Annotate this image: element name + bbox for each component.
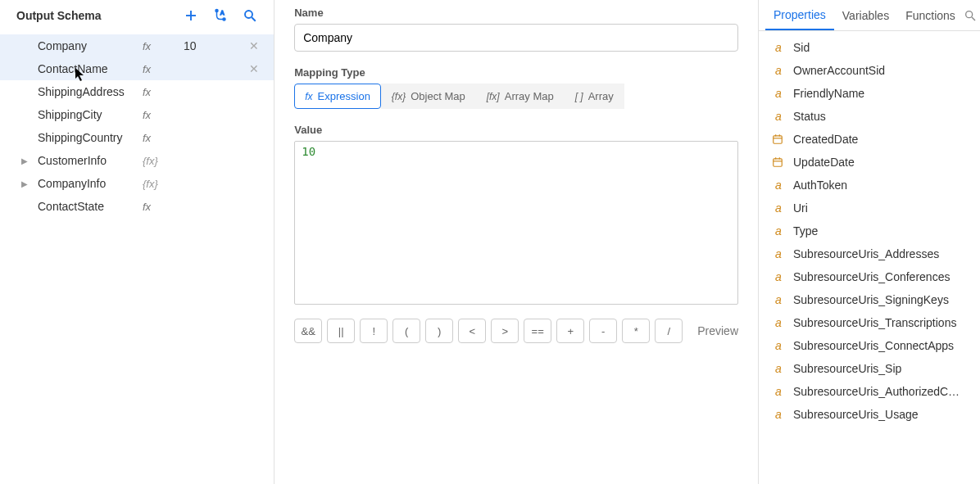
operator-button[interactable]: ! xyxy=(360,319,388,343)
add-icon[interactable] xyxy=(184,8,198,23)
schema-item-name: ShippingCountry xyxy=(20,131,143,144)
properties-list: aSidaOwnerAccountSidaFriendlyNameaStatus… xyxy=(759,31,980,431)
search-icon[interactable] xyxy=(243,8,257,23)
operator-button[interactable]: > xyxy=(491,319,519,343)
operator-button[interactable]: ) xyxy=(425,319,453,343)
text-type-icon: a xyxy=(772,247,785,260)
property-name: SubresourceUris_Conferences xyxy=(793,270,950,283)
schema-item[interactable]: ShippingCityfx xyxy=(0,103,274,126)
property-name: AuthToken xyxy=(793,179,847,192)
operator-button[interactable]: ( xyxy=(392,319,420,343)
tab-functions[interactable]: Functions xyxy=(897,1,964,29)
mapping-type-icon: {fx} xyxy=(392,91,406,102)
operator-button[interactable]: || xyxy=(327,319,355,343)
property-item[interactable]: aSubresourceUris_ConnectApps xyxy=(759,334,980,357)
text-type-icon: a xyxy=(772,64,785,77)
schema-item[interactable]: ShippingAddressfx xyxy=(0,80,274,103)
schema-list: Companyfx10✕ContactNamefx✕ShippingAddres… xyxy=(0,31,274,218)
property-name: FriendlyName xyxy=(793,87,864,100)
property-name: SubresourceUris_SigningKeys xyxy=(793,293,949,306)
svg-point-2 xyxy=(216,10,218,12)
property-name: UpdateDate xyxy=(793,156,855,169)
fx-icon: fx xyxy=(143,201,184,213)
property-item[interactable]: aSubresourceUris_Sip xyxy=(759,357,980,380)
property-item[interactable]: aAuthToken xyxy=(759,174,980,197)
value-editor[interactable] xyxy=(294,141,738,305)
mapping-type-icon: [ ] xyxy=(575,91,583,102)
preview-link[interactable]: Preview xyxy=(697,324,738,337)
property-item[interactable]: aSubresourceUris_AuthorizedC… xyxy=(759,380,980,403)
fx-icon: {fx} xyxy=(143,155,184,167)
operator-button[interactable]: * xyxy=(622,319,650,343)
mapping-type-array[interactable]: [ ]Array xyxy=(565,84,624,109)
property-name: SubresourceUris_ConnectApps xyxy=(793,339,954,352)
name-label: Name xyxy=(294,7,738,19)
name-input[interactable] xyxy=(294,24,738,52)
tab-properties[interactable]: Properties xyxy=(765,0,834,30)
text-type-icon: a xyxy=(772,179,785,192)
schema-item[interactable]: ▶CompanyInfo{fx} xyxy=(0,172,274,195)
operator-button[interactable]: + xyxy=(556,319,584,343)
output-schema-title: Output Schema xyxy=(16,9,101,22)
close-icon[interactable]: ✕ xyxy=(249,39,259,52)
property-item[interactable]: aSubresourceUris_SigningKeys xyxy=(759,288,980,311)
text-type-icon: a xyxy=(772,201,785,215)
chevron-right-icon[interactable]: ▶ xyxy=(21,179,28,188)
schema-item-name: CompanyInfo xyxy=(20,177,143,190)
operator-button[interactable]: < xyxy=(458,319,486,343)
text-type-icon: a xyxy=(772,270,785,283)
property-item[interactable]: aSubresourceUris_Conferences xyxy=(759,265,980,288)
property-item[interactable]: aUri xyxy=(759,197,980,219)
schema-item[interactable]: Companyfx10✕ xyxy=(0,34,274,57)
operator-button[interactable]: - xyxy=(589,319,617,343)
branch-icon[interactable]: A xyxy=(213,8,228,23)
property-item[interactable]: aStatus xyxy=(759,105,980,128)
property-item[interactable]: UpdateDate xyxy=(759,151,980,174)
fx-icon: fx xyxy=(143,63,184,75)
svg-rect-9 xyxy=(774,136,783,143)
properties-panel: PropertiesVariablesFunctions aSidaOwnerA… xyxy=(759,0,980,484)
mapping-type-label: Mapping Type xyxy=(294,66,738,79)
text-type-icon: a xyxy=(772,41,785,54)
operators-row: &&||!()<>==+-*/Preview xyxy=(294,319,738,343)
property-item[interactable]: aSid xyxy=(759,36,980,59)
mapping-type-label: Array Map xyxy=(505,90,554,102)
mapping-type-array-map[interactable]: [fx]Array Map xyxy=(476,84,565,109)
tab-variables[interactable]: Variables xyxy=(834,1,897,29)
output-schema-panel: Output Schema A Companyfx10✕ContactNamef… xyxy=(0,0,274,484)
property-item[interactable]: aSubresourceUris_Addresses xyxy=(759,242,980,265)
schema-item-name: ContactState xyxy=(20,200,143,213)
operator-button[interactable]: / xyxy=(655,319,683,343)
property-item[interactable]: CreatedDate xyxy=(759,128,980,151)
chevron-right-icon[interactable]: ▶ xyxy=(21,156,28,165)
mapping-type-expression[interactable]: fxExpression xyxy=(294,84,381,109)
schema-item[interactable]: ShippingCountryfx xyxy=(0,126,274,149)
value-label: Value xyxy=(294,124,738,136)
property-name: SubresourceUris_Transcriptions xyxy=(793,316,956,329)
editor-panel: Name Mapping Type fxExpression{fx}Object… xyxy=(274,0,759,484)
property-item[interactable]: aFriendlyName xyxy=(759,82,980,105)
schema-item[interactable]: ContactStatefx xyxy=(0,195,274,218)
property-item[interactable]: aSubresourceUris_Usage xyxy=(759,403,980,426)
property-name: SubresourceUris_Sip xyxy=(793,362,901,375)
property-name: OwnerAccountSid xyxy=(793,64,885,77)
mapping-type-label: Object Map xyxy=(411,90,465,102)
property-item[interactable]: aOwnerAccountSid xyxy=(759,59,980,82)
close-icon[interactable]: ✕ xyxy=(249,62,259,75)
property-item[interactable]: aType xyxy=(759,219,980,242)
schema-item[interactable]: ▶CustomerInfo{fx} xyxy=(0,149,274,172)
schema-item-name: ShippingAddress xyxy=(20,85,143,98)
mapping-type-object-map[interactable]: {fx}Object Map xyxy=(381,84,476,109)
text-type-icon: a xyxy=(772,110,785,123)
property-name: Uri xyxy=(793,201,808,215)
operator-button[interactable]: == xyxy=(524,319,551,343)
text-type-icon: a xyxy=(772,87,785,100)
fx-icon: fx xyxy=(143,109,184,121)
search-icon[interactable] xyxy=(964,9,980,22)
operator-button[interactable]: && xyxy=(294,319,322,343)
calendar-icon xyxy=(772,133,785,145)
svg-point-7 xyxy=(966,11,973,17)
property-item[interactable]: aSubresourceUris_Transcriptions xyxy=(759,311,980,334)
property-name: Type xyxy=(793,224,818,237)
schema-item[interactable]: ContactNamefx✕ xyxy=(0,57,274,80)
